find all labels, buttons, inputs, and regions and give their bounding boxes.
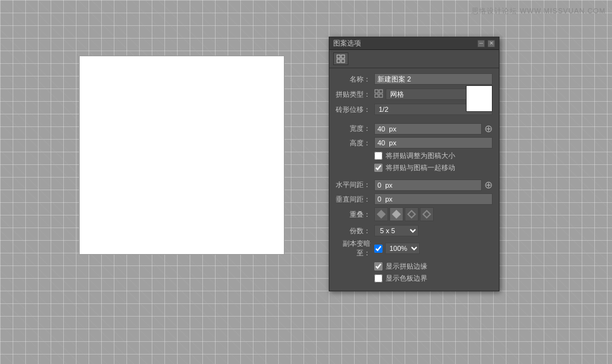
checkbox-row-1: 将拼贴调整为图稿大小	[336, 151, 493, 161]
tile-type-label: 拼贴类型：	[336, 90, 370, 99]
show-color-label: 显示色板边界	[386, 274, 427, 283]
adjust-to-art-label: 将拼贴调整为图稿大小	[386, 151, 455, 161]
copies-row: 份数： 5 x 5 3 x 3 7 x 7	[336, 225, 493, 236]
v-spacing-row: 垂直间距：	[336, 193, 493, 205]
name-row: 名称：	[336, 73, 493, 85]
overlap-btn-4[interactable]	[420, 207, 434, 221]
canvas-area	[79, 56, 285, 255]
collapse-button[interactable]: ─	[477, 40, 485, 47]
show-edges-row: 显示拼贴边缘	[336, 262, 493, 271]
svg-rect-7	[379, 94, 382, 97]
checkbox-row-2: 将拼贴与图稿一起移动	[336, 163, 493, 173]
height-row: 高度：	[336, 137, 493, 149]
copies-select[interactable]: 5 x 5 3 x 3 7 x 7	[374, 225, 419, 236]
width-input[interactable]	[374, 123, 482, 135]
h-spacing-row: 水平间距： ⊕	[336, 179, 493, 191]
dialog-titlebar: 图案选项 ─ ✕	[329, 37, 499, 50]
overlap-row: 重叠：	[336, 207, 493, 221]
show-edges-checkbox[interactable]	[374, 262, 382, 270]
svg-rect-5	[379, 90, 382, 93]
overlap-btn-1[interactable]	[374, 207, 388, 221]
move-with-art-label: 将拼贴与图稿一起移动	[386, 163, 455, 173]
svg-rect-2	[337, 59, 340, 63]
overlap-btn-3[interactable]	[405, 207, 419, 221]
fade-label: 副本变暗至：	[336, 239, 370, 258]
height-input[interactable]	[374, 137, 493, 149]
pattern-options-dialog: 图案选项 ─ ✕ 名称： 拼贴类型：	[329, 37, 499, 291]
overlap-label: 重叠：	[336, 210, 370, 219]
svg-rect-4	[375, 90, 378, 93]
name-label: 名称：	[336, 75, 370, 84]
toolbar-button-1[interactable]	[333, 52, 348, 65]
svg-rect-0	[337, 55, 340, 58]
fade-select[interactable]: 100% 75% 50%	[385, 243, 420, 254]
adjust-to-art-checkbox[interactable]	[374, 152, 382, 160]
v-spacing-label: 垂直间距：	[336, 195, 370, 204]
h-spacing-sync-icon[interactable]: ⊕	[484, 179, 493, 191]
svg-rect-1	[341, 55, 345, 58]
name-input[interactable]	[374, 73, 493, 85]
width-label: 宽度：	[336, 124, 370, 133]
fade-row: 副本变暗至： 100% 75% 50%	[336, 239, 493, 258]
tile-type-row: 拼贴类型： 网格 砖形 六边形	[336, 88, 493, 100]
preview-box	[466, 85, 493, 112]
grid-icon	[374, 89, 383, 99]
dialog-toolbar	[329, 50, 499, 68]
width-row: 宽度： ⊕	[336, 123, 493, 135]
show-color-checkbox[interactable]	[374, 274, 382, 282]
move-with-art-checkbox[interactable]	[374, 164, 382, 172]
svg-rect-6	[375, 94, 378, 97]
dialog-title: 图案选项	[333, 39, 361, 48]
show-color-row: 显示色板边界	[336, 274, 493, 283]
copies-label: 份数：	[336, 226, 370, 236]
watermark: 思络设计论坛 WWW.MISSVUAN.COM	[472, 6, 606, 16]
svg-rect-3	[341, 59, 345, 63]
fade-checkbox[interactable]	[374, 245, 382, 253]
h-spacing-input[interactable]	[374, 179, 482, 191]
close-button[interactable]: ✕	[487, 40, 495, 47]
dialog-controls: ─ ✕	[477, 40, 495, 47]
height-label: 高度：	[336, 138, 370, 148]
offset-label: 砖形位移：	[336, 105, 370, 114]
overlap-btn-2[interactable]	[389, 207, 403, 221]
h-spacing-label: 水平间距：	[336, 180, 370, 190]
dialog-content: 名称： 拼贴类型： 网格 砖形 六边形	[329, 68, 499, 291]
sync-icon[interactable]: ⊕	[484, 123, 493, 135]
overlap-buttons	[374, 207, 434, 221]
show-edges-label: 显示拼贴边缘	[386, 262, 427, 271]
v-spacing-input[interactable]	[374, 193, 493, 205]
